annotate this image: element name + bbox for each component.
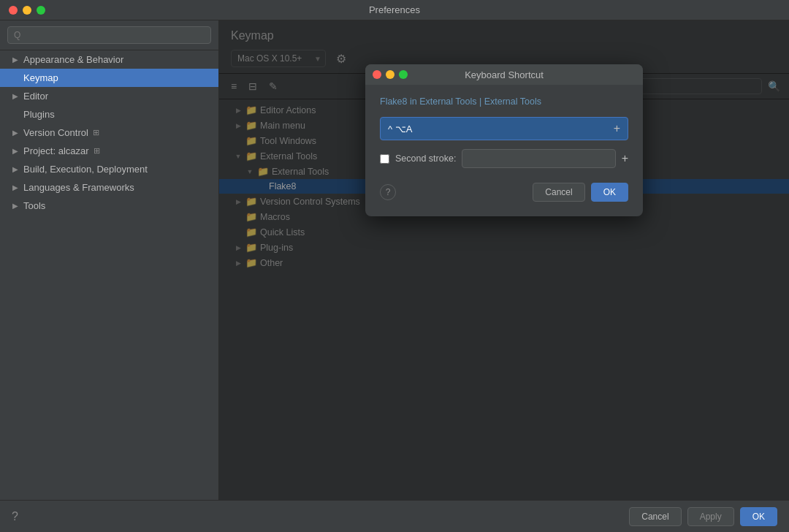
second-stroke-label: Second stroke:: [395, 153, 456, 164]
sidebar-item-plugins[interactable]: Plugins: [0, 105, 218, 123]
shortcut-value: ^ ⌥A: [388, 123, 608, 134]
keyboard-shortcut-dialog: Keyboard Shortcut Flake8 in External Too…: [365, 64, 643, 216]
traffic-lights: [9, 6, 45, 15]
dialog-subtitle-flake8: Flake8: [380, 96, 408, 107]
dialog-help-button[interactable]: ?: [380, 184, 396, 200]
window-title: Preferences: [369, 4, 420, 15]
chevron-right-icon: ▶: [12, 183, 19, 191]
chevron-right-icon: ▶: [12, 165, 19, 173]
chevron-right-icon: ▶: [12, 129, 19, 137]
sidebar-item-tools[interactable]: ▶ Tools: [0, 197, 218, 215]
dialog-ok-button[interactable]: OK: [591, 183, 628, 202]
chevron-right-icon: ▶: [12, 147, 19, 155]
sidebar: ▶ Appearance & Behavior Keymap ▶ Editor …: [0, 20, 219, 500]
db-icon: ⊞: [94, 146, 100, 156]
db-icon: ⊞: [93, 128, 99, 137]
modal-overlay: Keyboard Shortcut Flake8 in External Too…: [219, 20, 789, 500]
sidebar-list: ▶ Appearance & Behavior Keymap ▶ Editor …: [0, 50, 218, 500]
dialog-titlebar: Keyboard Shortcut: [365, 64, 643, 85]
ok-button[interactable]: OK: [740, 507, 777, 526]
sidebar-item-project[interactable]: ▶ Project: alcazar ⊞: [0, 142, 218, 160]
add-second-stroke-icon[interactable]: +: [622, 152, 628, 165]
chevron-right-icon: ▶: [12, 202, 19, 210]
sidebar-item-editor[interactable]: ▶ Editor: [0, 87, 218, 105]
cancel-button[interactable]: Cancel: [629, 507, 681, 526]
main-container: ▶ Appearance & Behavior Keymap ▶ Editor …: [0, 20, 789, 500]
apply-button[interactable]: Apply: [687, 507, 734, 526]
dialog-subtitle-path: in External Tools | External Tools: [408, 96, 541, 107]
dialog-cancel-button[interactable]: Cancel: [533, 183, 584, 202]
sidebar-item-build[interactable]: ▶ Build, Execution, Deployment: [0, 160, 218, 178]
content-area: Keymap Mac OS X 10.5+ ▼ ⚙ ≡ ⊟ ✎ 🔍 ▶: [219, 20, 789, 500]
sidebar-item-keymap[interactable]: Keymap: [0, 69, 218, 87]
bottom-bar: ? Cancel Apply OK: [0, 500, 789, 532]
shortcut-field[interactable]: ^ ⌥A +: [380, 117, 628, 140]
sidebar-search-input[interactable]: [7, 26, 211, 44]
maximize-button[interactable]: [37, 6, 45, 15]
dialog-minimize-button[interactable]: [386, 70, 394, 79]
dialog-body: Flake8 in External Tools | External Tool…: [365, 85, 643, 216]
second-stroke-checkbox[interactable]: [380, 154, 389, 164]
sidebar-item-version-control[interactable]: ▶ Version Control ⊞: [0, 123, 218, 142]
bottom-actions: Cancel Apply OK: [629, 507, 777, 526]
dialog-footer: ? Cancel OK: [380, 183, 628, 202]
add-shortcut-icon[interactable]: +: [614, 122, 620, 135]
second-stroke-row: Second stroke: +: [380, 149, 628, 168]
minimize-button[interactable]: [23, 6, 31, 15]
dialog-actions: Cancel OK: [533, 183, 628, 202]
dialog-traffic-lights: [373, 70, 408, 79]
close-button[interactable]: [9, 6, 18, 15]
dialog-title: Keyboard Shortcut: [465, 69, 544, 80]
dialog-maximize-button[interactable]: [399, 70, 408, 79]
dialog-close-button[interactable]: [373, 70, 381, 79]
chevron-right-icon: ▶: [12, 56, 19, 64]
sidebar-search-container: [0, 20, 218, 50]
title-bar: Preferences: [0, 0, 789, 20]
sidebar-item-languages[interactable]: ▶ Languages & Frameworks: [0, 178, 218, 197]
help-icon[interactable]: ?: [12, 510, 18, 523]
second-stroke-input[interactable]: [462, 149, 615, 168]
chevron-right-icon: ▶: [12, 92, 19, 100]
dialog-subtitle: Flake8 in External Tools | External Tool…: [380, 96, 628, 107]
sidebar-item-appearance[interactable]: ▶ Appearance & Behavior: [0, 50, 218, 69]
